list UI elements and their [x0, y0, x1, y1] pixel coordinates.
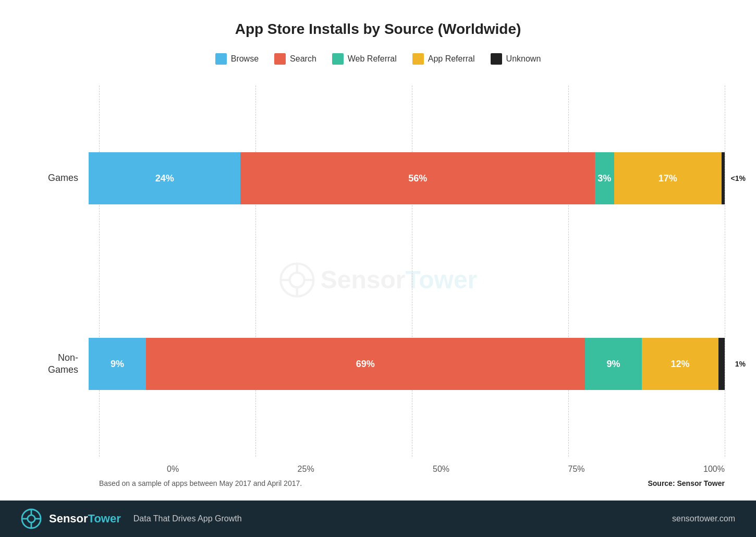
bar-1: 9%69%9%12%1%: [89, 338, 725, 390]
bar-segment-1-unknown: [718, 338, 725, 390]
bar-row-1: Non- Games9%69%9%12%1%: [31, 338, 725, 390]
legend-item-web-referral: Web Referral: [332, 53, 397, 65]
legend-color-web-referral: [332, 53, 344, 65]
footer-bar: SensorTower Data That Drives App Growth …: [0, 501, 756, 537]
legend-item-browse: Browse: [215, 53, 259, 65]
bars-section: Games24%56%3%17%<1%Non- Games9%69%9%12%1…: [31, 86, 725, 457]
grid-line-100: [725, 86, 725, 457]
legend-item-app-referral: App Referral: [412, 53, 475, 65]
legend-label-unknown: Unknown: [506, 54, 541, 64]
footer-brand: SensorTower Data That Drives App Growth: [21, 508, 242, 529]
small-label-0: <1%: [731, 174, 746, 182]
svg-point-7: [28, 515, 35, 522]
bar-segment-0-app-referral: 17%: [614, 152, 722, 204]
chart-area: SensorTower Games24%56%3%17%<1%Non- Game…: [31, 86, 725, 474]
legend-item-search: Search: [274, 53, 316, 65]
bar-segment-1-web-referral: 9%: [585, 338, 642, 390]
legend-label-web-referral: Web Referral: [348, 54, 397, 64]
bar-label-0: Games: [31, 172, 89, 184]
legend-item-unknown: Unknown: [491, 53, 541, 65]
legend-label-browse: Browse: [231, 54, 259, 64]
footnote-text: Based on a sample of apps between May 20…: [99, 479, 302, 487]
legend: Browse Search Web Referral App Referral …: [31, 53, 725, 65]
footer-brand-name: SensorTower: [49, 512, 121, 526]
grid-line-0: [99, 86, 100, 457]
x-axis-label: 50%: [433, 465, 449, 474]
legend-color-search: [274, 53, 286, 65]
x-axis-label: 75%: [568, 465, 585, 474]
bar-wrapper-0: 24%56%3%17%<1%: [89, 152, 725, 204]
footer-tagline: Data That Drives App Growth: [133, 514, 242, 523]
bar-segment-0-browse: 24%: [89, 152, 240, 204]
bar-segment-1-browse: 9%: [89, 338, 146, 390]
source-label: Source: Sensor Tower: [648, 479, 725, 487]
bar-row-0: Games24%56%3%17%<1%: [31, 152, 725, 204]
bar-segment-0-web-referral: 3%: [595, 152, 614, 204]
grid-line-75: [568, 86, 569, 457]
footer-logo-icon: [21, 508, 42, 529]
legend-color-unknown: [491, 53, 502, 65]
legend-label-app-referral: App Referral: [428, 54, 475, 64]
legend-color-browse: [215, 53, 227, 65]
legend-label-search: Search: [290, 54, 316, 64]
x-axis-label: 25%: [298, 465, 314, 474]
bar-label-1: Non- Games: [31, 352, 89, 376]
x-axis-label: 100%: [703, 465, 725, 474]
chart-container: App Store Installs by Source (Worldwide)…: [0, 0, 756, 501]
bar-wrapper-1: 9%69%9%12%1%: [89, 338, 725, 390]
bar-segment-0-search: 56%: [240, 152, 595, 204]
x-axis-label: 0%: [167, 465, 179, 474]
bar-0: 24%56%3%17%<1%: [89, 152, 725, 204]
grid-lines: [99, 86, 725, 457]
bar-segment-1-search: 69%: [146, 338, 585, 390]
chart-title: App Store Installs by Source (Worldwide): [31, 21, 725, 38]
footer-url: sensortower.com: [672, 514, 735, 523]
small-label-1: 1%: [735, 360, 746, 368]
bar-segment-1-app-referral: 12%: [642, 338, 718, 390]
footnote-area: Based on a sample of apps between May 20…: [31, 474, 725, 490]
legend-color-app-referral: [412, 53, 424, 65]
grid-line-50: [412, 86, 412, 457]
x-axis-labels: 0%25%50%75%100%: [167, 465, 725, 474]
bar-segment-0-unknown: [722, 152, 725, 204]
grid-line-25: [255, 86, 256, 457]
x-axis: 0%25%50%75%100%: [31, 465, 725, 474]
